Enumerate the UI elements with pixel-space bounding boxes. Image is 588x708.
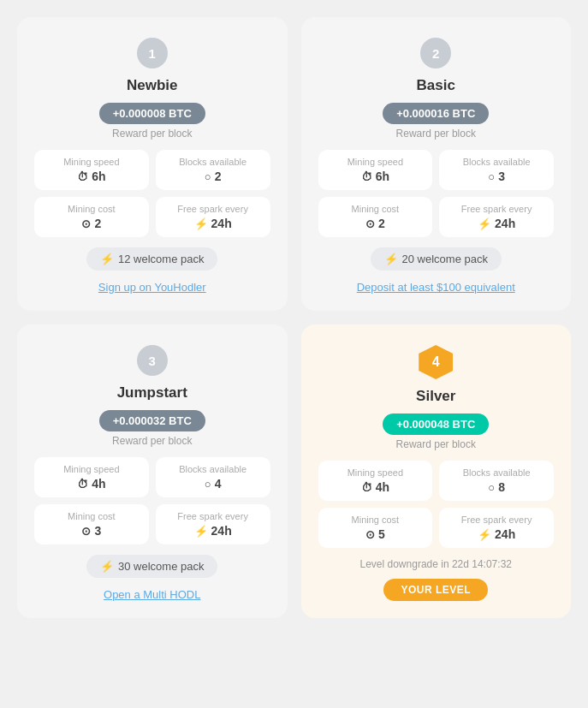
stat-label: Blocks available	[164, 157, 262, 167]
stats-grid: Mining speed⏱4hBlocks available○4Mining …	[34, 457, 270, 544]
stat-value: ○3	[448, 170, 545, 183]
circle-icon: ○	[205, 478, 211, 491]
welcome-pack: ⚡12 welcome pack	[86, 247, 217, 271]
stat-mining-speed: Mining speed⏱6h	[318, 150, 433, 190]
stat-mining-cost: Mining cost⊙2	[34, 197, 149, 237]
stat-mining-speed: Mining speed⏱6h	[34, 150, 149, 190]
stat-blocks-available: Blocks available○3	[439, 150, 554, 190]
bolt-icon: ⚡	[194, 217, 208, 230]
stat-value: ⚡24h	[164, 217, 262, 230]
stat-label: Blocks available	[164, 464, 262, 474]
reward-badge: +0.000008 BTC	[99, 103, 205, 124]
card-title: Silver	[416, 388, 455, 405]
stat-label: Mining cost	[327, 515, 425, 525]
welcome-pack-text: 12 welcome pack	[118, 253, 204, 265]
downgrade-text: Level downgrade in 22d 14:07:32	[360, 558, 512, 570]
reward-badge: +0.000016 BTC	[383, 103, 489, 124]
your-level-button[interactable]: YOUR LEVEL	[383, 579, 488, 601]
badge-3: 3	[137, 345, 168, 376]
clock-icon: ⏱	[77, 478, 88, 491]
stat-value: ⚡24h	[448, 217, 545, 230]
card-title: Newbie	[127, 77, 178, 94]
badge-1: 1	[137, 38, 168, 68]
welcome-pack: ⚡30 welcome pack	[86, 555, 217, 578]
stat-value: ⊙2	[43, 217, 140, 230]
stats-grid: Mining speed⏱6hBlocks available○2Mining …	[34, 150, 270, 237]
stat-label: Mining speed	[327, 467, 425, 478]
stat-free-spark-every: Free spark every⚡24h	[156, 197, 270, 237]
stat-mining-cost: Mining cost⊙2	[318, 197, 433, 237]
stat-mining-cost: Mining cost⊙3	[34, 504, 149, 544]
reward-label: Reward per block	[112, 435, 192, 447]
welcome-pack-text: 20 welcome pack	[402, 253, 488, 265]
stat-label: Blocks available	[448, 157, 545, 167]
badge-2: 2	[420, 38, 451, 68]
stat-value: ○2	[164, 170, 262, 183]
stat-label: Free spark every	[448, 204, 545, 214]
stat-label: Free spark every	[164, 511, 262, 521]
stat-blocks-available: Blocks available○2	[156, 150, 270, 190]
stat-mining-speed: Mining speed⏱4h	[34, 457, 149, 497]
stat-label: Mining speed	[43, 157, 140, 167]
stat-label: Mining cost	[43, 204, 140, 214]
reward-label: Reward per block	[112, 128, 192, 140]
cards-grid: 1Newbie+0.000008 BTCReward per blockMini…	[17, 17, 571, 618]
circle-icon: ○	[488, 170, 495, 183]
stat-label: Mining cost	[43, 511, 140, 521]
stats-grid: Mining speed⏱6hBlocks available○3Mining …	[318, 150, 555, 237]
stat-free-spark-every: Free spark every⚡24h	[156, 504, 270, 544]
stat-blocks-available: Blocks available○8	[439, 461, 554, 501]
stat-value: ⚡24h	[164, 524, 262, 538]
stat-label: Mining cost	[327, 204, 425, 214]
clock-icon: ⏱	[77, 170, 88, 183]
card-basic: 2Basic+0.000016 BTCReward per blockMinin…	[301, 17, 572, 311]
bolt-icon: ⚡	[100, 560, 114, 573]
cta-link[interactable]: Sign up on YouHodler	[98, 281, 206, 294]
bolt-icon: ⚡	[478, 528, 491, 541]
down-icon: ⊙	[81, 525, 91, 538]
stat-value: ⊙5	[327, 527, 425, 541]
stat-label: Blocks available	[448, 467, 545, 478]
down-icon: ⊙	[365, 217, 375, 230]
stat-free-spark-every: Free spark every⚡24h	[439, 508, 554, 548]
clock-icon: ⏱	[361, 170, 372, 183]
bolt-icon: ⚡	[194, 525, 208, 538]
bolt-icon: ⚡	[100, 253, 114, 265]
bolt-icon: ⚡	[478, 217, 491, 230]
stat-value: ⊙3	[43, 524, 140, 538]
stat-label: Free spark every	[448, 515, 545, 525]
stat-value: ⏱4h	[327, 480, 425, 494]
down-icon: ⊙	[365, 528, 375, 541]
stat-label: Free spark every	[164, 204, 262, 214]
reward-badge: +0.000048 BTC	[383, 413, 489, 435]
stat-value: ○4	[164, 477, 262, 491]
stat-mining-speed: Mining speed⏱4h	[318, 461, 433, 501]
bolt-icon: ⚡	[384, 253, 398, 265]
circle-icon: ○	[488, 481, 495, 494]
circle-icon: ○	[205, 170, 211, 183]
card-jumpstart: 3Jumpstart+0.000032 BTCReward per blockM…	[17, 324, 288, 618]
clock-icon: ⏱	[361, 481, 372, 494]
stat-value: ⏱6h	[43, 170, 140, 183]
stat-label: Mining speed	[43, 464, 140, 474]
cta-link[interactable]: Deposit at least $100 equivalent	[357, 281, 515, 294]
stat-value: ○8	[448, 480, 545, 494]
cta-link[interactable]: Open a Multi HODL	[104, 588, 200, 601]
card-silver: 4Silver+0.000048 BTCReward per blockMini…	[301, 324, 572, 618]
stat-blocks-available: Blocks available○4	[156, 457, 270, 497]
card-title: Basic	[417, 77, 455, 94]
stat-value: ⏱4h	[43, 477, 140, 491]
stat-value: ⊙2	[327, 217, 425, 230]
stat-label: Mining speed	[327, 157, 425, 167]
welcome-pack: ⚡20 welcome pack	[371, 247, 502, 271]
stat-value: ⚡24h	[448, 527, 545, 541]
reward-label: Reward per block	[396, 128, 476, 140]
reward-badge: +0.000032 BTC	[99, 410, 205, 431]
stat-value: ⏱6h	[327, 170, 425, 183]
card-title: Jumpstart	[117, 384, 187, 402]
stat-mining-cost: Mining cost⊙5	[318, 508, 433, 548]
reward-label: Reward per block	[396, 438, 476, 450]
stats-grid: Mining speed⏱4hBlocks available○8Mining …	[318, 461, 555, 548]
down-icon: ⊙	[81, 217, 91, 230]
card-newbie: 1Newbie+0.000008 BTCReward per blockMini…	[17, 17, 288, 311]
